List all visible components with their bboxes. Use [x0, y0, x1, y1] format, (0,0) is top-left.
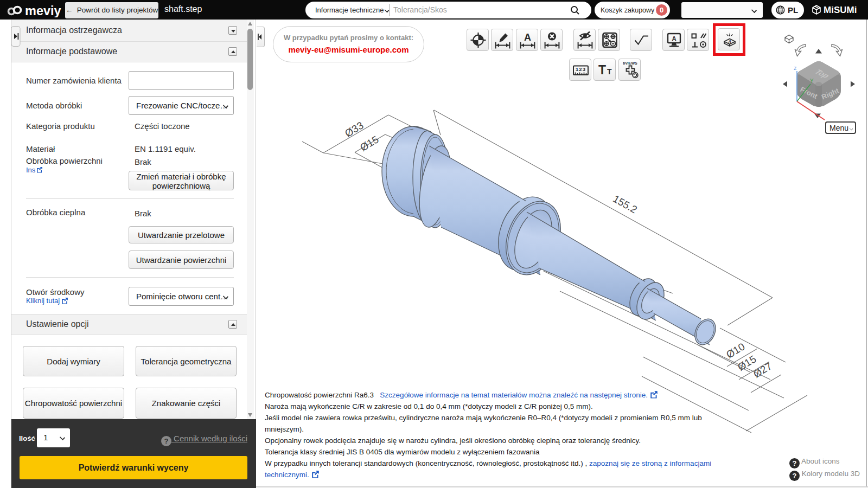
svg-text:Ø33: Ø33: [343, 119, 366, 139]
svg-text:Ø15: Ø15: [358, 133, 381, 153]
svg-text:Ø10: Ø10: [724, 341, 747, 361]
svg-text:T: T: [607, 67, 612, 76]
svg-text:A: A: [672, 35, 676, 43]
svg-text:T: T: [598, 63, 606, 77]
svg-text:A: A: [524, 32, 531, 43]
svg-text:155.2: 155.2: [611, 193, 639, 216]
svg-text:z: z: [794, 65, 797, 71]
svg-text:meviy: meviy: [25, 4, 61, 17]
svg-text:6VIEWS: 6VIEWS: [623, 61, 637, 65]
svg-text:123: 123: [576, 66, 586, 72]
